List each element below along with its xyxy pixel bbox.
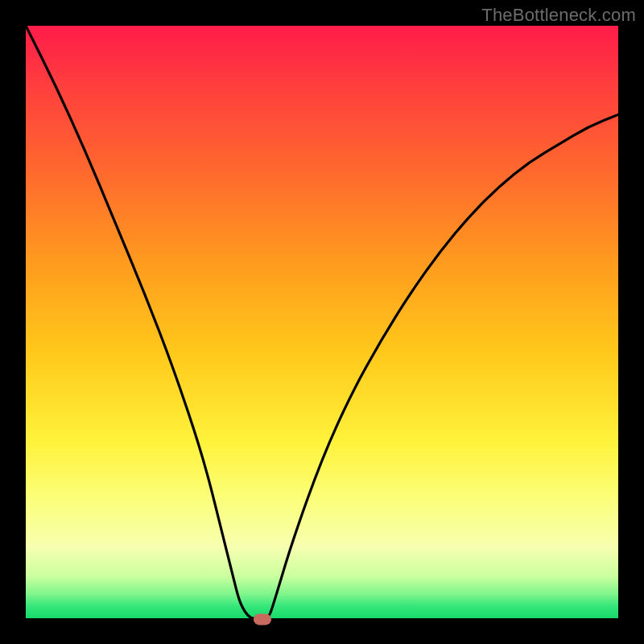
bottleneck-curve xyxy=(26,26,618,618)
optimum-marker xyxy=(254,613,271,625)
watermark-text: TheBottleneck.com xyxy=(481,5,636,26)
plot-area xyxy=(26,26,618,618)
chart-frame: TheBottleneck.com xyxy=(0,0,644,644)
